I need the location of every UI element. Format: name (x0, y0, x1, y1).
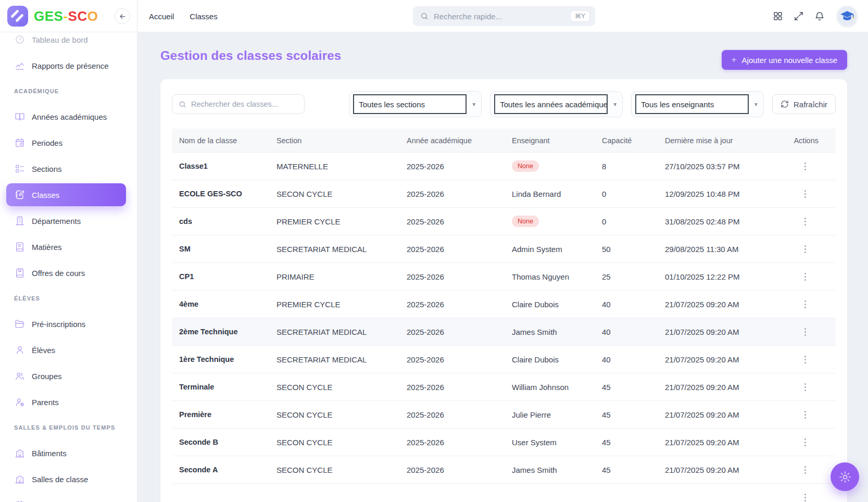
settings-fab-button[interactable] (831, 462, 859, 491)
cell-name: Seconde A (179, 466, 276, 474)
cell-section: SECON CYCLE (276, 466, 407, 474)
cell-name: cds (179, 217, 276, 225)
row-actions-menu-button[interactable] (798, 297, 812, 311)
cell-year: 2025-2026 (407, 466, 512, 474)
sidebar-item-pre-inscriptions[interactable]: Pré-inscriptions (0, 311, 137, 337)
sidebar-item-label: Départements (32, 217, 81, 225)
fullscreen-icon[interactable] (793, 10, 804, 22)
topbar-actions (772, 0, 858, 32)
cell-updated: 21/07/2025 09:20 AM (665, 355, 791, 364)
cell-name: Terminale (179, 383, 276, 391)
sidebar-item-departements[interactable]: Départements (0, 208, 137, 234)
cell-updated: 21/07/2025 09:20 AM (665, 328, 791, 336)
row-actions-menu-button[interactable] (798, 242, 812, 256)
search-icon (420, 12, 429, 20)
chevron-down-icon: ▼ (753, 102, 759, 107)
cell-name: 2ème Technique (179, 328, 276, 336)
add-class-button[interactable]: + Ajouter une nouvelle classe (722, 50, 847, 70)
sections-filter[interactable]: Toutes les sections (353, 94, 467, 114)
cell-section: SECON CYCLE (276, 410, 407, 419)
column-header: Capacité (602, 136, 665, 145)
sidebar-item-salles-de-classe[interactable]: Salles de classe (0, 466, 137, 492)
row-actions-menu-button[interactable] (798, 407, 812, 422)
cell-actions (791, 407, 836, 422)
refresh-button[interactable]: Rafraîchir (772, 94, 836, 114)
sidebar-item-label: Tableau de bord (32, 35, 88, 44)
app-logo-text[interactable]: GES-SCO (34, 8, 98, 24)
row-actions-menu-button[interactable] (798, 159, 812, 173)
cell-updated: 21/07/2025 09:20 AM (665, 438, 791, 447)
table-row: ECOLE GES-SCOSECON CYCLE2025-2026Linda B… (172, 180, 836, 208)
row-actions-menu-button[interactable] (798, 324, 812, 339)
sidebar: Tableau de bordRapports de présenceACADÉ… (0, 32, 137, 502)
row-actions-menu-button[interactable] (798, 186, 812, 201)
table-row: PremièreSECON CYCLE2025-2026Julie Pierre… (172, 401, 836, 429)
cell-updated: 21/07/2025 09:20 AM (665, 466, 791, 474)
cell-teacher: Admin System (512, 245, 602, 254)
cell-capacity: 45 (602, 383, 665, 392)
cell-section: MATERNELLE (276, 162, 407, 171)
row-actions-menu-button[interactable] (798, 380, 812, 394)
gear-icon (838, 470, 852, 484)
cell-actions (791, 380, 836, 394)
row-actions-menu-button[interactable] (798, 462, 812, 477)
calendar-clock-icon (14, 137, 25, 148)
cell-actions (791, 462, 836, 477)
app-logo-icon[interactable] (7, 6, 28, 27)
grid-icon[interactable] (772, 10, 784, 22)
class-search[interactable] (172, 94, 305, 114)
sidebar-item-offres-de-cours[interactable]: Offres de cours (0, 260, 137, 286)
building-icon (14, 216, 25, 227)
cell-name: Seconde B (179, 438, 276, 446)
sidebar-item-rapports-de-presence[interactable]: Rapports de présence (0, 53, 137, 79)
table-row: 1ère TechniqueSECRETARIAT MEDICAL2025-20… (172, 346, 836, 373)
cell-updated: 29/08/2025 11:30 AM (665, 245, 791, 254)
row-actions-menu-button[interactable] (798, 491, 812, 502)
row-actions-menu-button[interactable] (798, 214, 812, 229)
cell-teacher: Thomas Nguyen (512, 272, 602, 281)
topbar-brand-area: GES-SCO (0, 0, 137, 32)
cell-name: 1ère Technique (179, 355, 276, 363)
user-gear-icon (14, 397, 25, 408)
quick-search-input[interactable] (434, 12, 570, 21)
column-header: Dernière mise à jour (665, 136, 791, 145)
sidebar-item-sections[interactable]: Sections (0, 156, 137, 182)
cell-name: SM (179, 245, 276, 253)
quick-search[interactable]: ⌘Y (413, 6, 595, 26)
cell-updated: 27/10/2025 03:57 PM (665, 162, 791, 171)
sidebar-item-batiments[interactable]: Bâtiments (0, 440, 137, 466)
annees-filter[interactable]: Toutes les années académiques (494, 94, 608, 114)
sidebar-item-matieres[interactable]: Matières (0, 234, 137, 260)
select-wrapper-annees-filter: Toutes les années académiques▼ (490, 91, 623, 117)
class-search-input[interactable] (191, 100, 299, 108)
sidebar-collapse-button[interactable] (115, 8, 130, 24)
sidebar-item-annees-academiques[interactable]: Années académiques (0, 104, 137, 130)
arrow-left-icon (119, 12, 127, 20)
sidebar-item-parents[interactable]: Parents (0, 389, 137, 415)
sidebar-item-label: Groupes (32, 372, 62, 381)
row-actions-menu-button[interactable] (798, 352, 812, 367)
cell-capacity: 0 (602, 190, 665, 198)
sidebar-item-periodes[interactable]: Periodes (0, 130, 137, 156)
cell-capacity: 40 (602, 300, 665, 309)
sidebar-item-eleves[interactable]: Élèves (0, 337, 137, 363)
sidebar-section-header: SALLES & EMPLOIS DU TEMPS (0, 415, 137, 440)
nav-link-accueil[interactable]: Accueil (149, 12, 174, 21)
sidebar-item-partial-bottom[interactable] (0, 492, 137, 502)
sidebar-item-classes[interactable]: Classes (6, 183, 126, 206)
sidebar-item-tableau-de-bord[interactable]: Tableau de bord (0, 32, 137, 53)
bell-icon[interactable] (814, 10, 825, 22)
cell-teacher: Claire Dubois (512, 300, 602, 309)
cell-name: Première (179, 410, 276, 419)
row-actions-menu-button[interactable] (798, 269, 812, 284)
row-actions-menu-button[interactable] (798, 435, 812, 449)
user-avatar[interactable] (837, 6, 858, 27)
sidebar-item-label: Salles de classe (32, 475, 88, 484)
school-icon (14, 448, 25, 459)
nav-link-classes[interactable]: Classes (190, 12, 217, 21)
sidebar-item-groupes[interactable]: Groupes (0, 363, 137, 389)
cell-capacity: 0 (602, 217, 665, 226)
enseignants-filter[interactable]: Tous les enseignants (635, 94, 749, 114)
table-row: 2ème TechniqueSECRETARIAT MEDICAL2025-20… (172, 318, 836, 346)
cell-actions (791, 214, 836, 229)
